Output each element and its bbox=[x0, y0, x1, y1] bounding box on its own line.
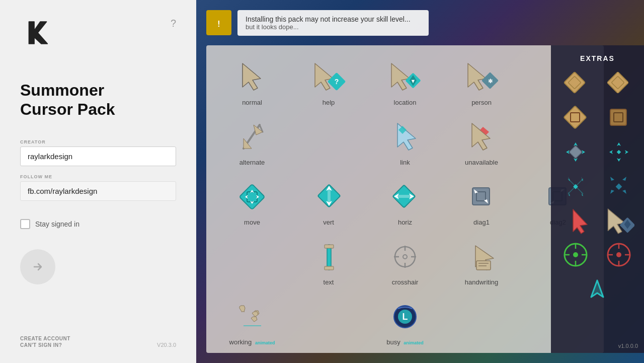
logo-area: ? bbox=[20, 15, 176, 50]
follow-field-group: FOLLOW ME fb.com/raylarkdesign bbox=[20, 174, 176, 201]
svg-marker-104 bbox=[591, 280, 603, 297]
notification-banner: ! Installing this pack may not increase … bbox=[206, 10, 634, 36]
extras-item-9[interactable] bbox=[560, 205, 591, 236]
svg-marker-48 bbox=[251, 317, 257, 322]
svg-marker-66 bbox=[574, 142, 578, 146]
cursor-text-label: text bbox=[324, 278, 334, 286]
extras-version: v1.0.0.0 bbox=[618, 343, 638, 349]
cursor-link[interactable]: link bbox=[369, 115, 441, 170]
svg-marker-11 bbox=[468, 63, 486, 90]
svg-marker-71 bbox=[617, 158, 621, 162]
follow-label: FOLLOW ME bbox=[20, 174, 176, 179]
svg-rect-74 bbox=[617, 150, 621, 154]
extras-item-3[interactable] bbox=[560, 103, 591, 133]
cursor-normal-icon bbox=[234, 59, 270, 95]
creator-value: raylarkdesign bbox=[20, 147, 176, 166]
busy-animated-badge: animated bbox=[404, 340, 424, 345]
cursor-alternate-icon bbox=[234, 119, 270, 155]
extras-item-1[interactable] bbox=[560, 68, 591, 99]
svg-rect-27 bbox=[397, 195, 412, 198]
extras-item-11[interactable] bbox=[560, 240, 591, 270]
notification-line1: Installing this pack may not increase yo… bbox=[246, 15, 421, 23]
cursor-working[interactable]: working animated bbox=[216, 295, 288, 350]
extras-panel: EXTRAS bbox=[551, 45, 644, 353]
svg-point-36 bbox=[403, 255, 407, 259]
cursor-help-icon: ? bbox=[311, 59, 346, 95]
cursor-vert-label: vert bbox=[323, 219, 334, 226]
cursor-location[interactable]: ▼ location bbox=[369, 55, 441, 110]
svg-text:?: ? bbox=[335, 78, 339, 86]
cursor-vert-icon bbox=[311, 179, 346, 214]
help-icon[interactable]: ? bbox=[171, 18, 176, 29]
svg-marker-82 bbox=[610, 177, 614, 181]
app-logo bbox=[20, 15, 55, 50]
creator-field-group: CREATOR raylarkdesign bbox=[20, 139, 176, 166]
login-button[interactable] bbox=[20, 249, 55, 284]
create-account-link[interactable]: CREATE ACCOUNT bbox=[20, 336, 70, 341]
extras-item-2[interactable] bbox=[604, 68, 634, 99]
cursor-working-label: working animated bbox=[229, 338, 275, 346]
cursor-alternate[interactable]: alternate bbox=[216, 115, 288, 170]
svg-rect-34 bbox=[325, 266, 334, 270]
svg-marker-70 bbox=[617, 142, 621, 146]
cursor-text[interactable]: text bbox=[293, 235, 364, 290]
cursor-crosshair-label: crosshair bbox=[392, 278, 419, 286]
cursor-move[interactable]: move bbox=[216, 175, 288, 230]
extras-item-7[interactable] bbox=[560, 171, 591, 201]
stay-signed-in-row: Stay signed in bbox=[20, 219, 176, 229]
notification-text-box: Installing this pack may not increase yo… bbox=[237, 10, 429, 36]
extras-item-8[interactable] bbox=[604, 171, 634, 201]
notification-icon: ! bbox=[206, 10, 231, 35]
svg-rect-23 bbox=[247, 192, 257, 202]
cursor-normal[interactable]: normal bbox=[216, 55, 288, 110]
svg-marker-84 bbox=[610, 190, 614, 194]
svg-rect-53 bbox=[564, 71, 585, 93]
extras-item-5[interactable] bbox=[560, 137, 591, 167]
sidebar: ? Summoner Cursor Pack CREATOR raylarkde… bbox=[0, 0, 196, 363]
cursor-normal-label: normal bbox=[242, 99, 262, 106]
cant-sign-in-link[interactable]: CAN'T SIGN IN? bbox=[20, 342, 70, 348]
working-animated-badge: animated bbox=[255, 340, 275, 345]
notification-line2: but it looks dope... bbox=[246, 23, 421, 31]
extras-item-6[interactable] bbox=[604, 137, 634, 167]
svg-marker-83 bbox=[622, 177, 626, 181]
svg-marker-69 bbox=[582, 150, 585, 154]
extras-item-10[interactable] bbox=[604, 205, 634, 236]
cursor-move-label: move bbox=[244, 219, 260, 226]
cursor-panel: normal ? help ▼ location bbox=[206, 45, 604, 353]
svg-rect-61 bbox=[564, 106, 586, 128]
extras-grid bbox=[556, 68, 639, 304]
cursor-handwriting[interactable]: handwriting bbox=[446, 235, 517, 290]
cursor-help-label: help bbox=[323, 99, 335, 106]
cursor-unavailable[interactable]: unavailable bbox=[446, 115, 517, 170]
svg-text:✻: ✻ bbox=[488, 78, 493, 84]
creator-label: CREATOR bbox=[20, 139, 176, 144]
svg-rect-33 bbox=[325, 245, 334, 248]
cursor-crosshair[interactable]: crosshair bbox=[369, 235, 441, 290]
cursor-busy[interactable]: L busy animated bbox=[369, 295, 441, 350]
warning-icon: ! bbox=[212, 16, 226, 30]
cursor-person[interactable]: ✻ person bbox=[446, 55, 517, 110]
cursor-horiz[interactable]: horiz bbox=[369, 175, 441, 230]
stay-signed-in-checkbox[interactable] bbox=[20, 219, 30, 229]
svg-rect-55 bbox=[607, 71, 628, 93]
cursor-alternate-label: alternate bbox=[239, 159, 265, 166]
follow-value: fb.com/raylarkdesign bbox=[20, 181, 176, 201]
version-label: V20.3.0 bbox=[157, 342, 176, 348]
cursor-link-label: link bbox=[400, 159, 410, 166]
cursor-diag1-icon bbox=[464, 179, 499, 214]
cursor-busy-icon: L bbox=[387, 299, 423, 334]
cursor-vert[interactable]: vert bbox=[293, 175, 364, 230]
cursor-text-icon bbox=[311, 239, 346, 274]
cursor-horiz-label: horiz bbox=[398, 219, 412, 226]
extras-item-12[interactable] bbox=[604, 240, 634, 270]
cursor-diag1[interactable]: diag1 bbox=[446, 175, 517, 230]
svg-marker-85 bbox=[622, 190, 626, 194]
extras-item-4[interactable] bbox=[604, 103, 634, 133]
svg-marker-67 bbox=[574, 158, 578, 162]
footer-links: CREATE ACCOUNT CAN'T SIGN IN? bbox=[20, 336, 70, 348]
cursor-move-icon bbox=[234, 179, 270, 214]
cursor-help[interactable]: ? help bbox=[293, 55, 364, 110]
svg-text:!: ! bbox=[217, 20, 220, 28]
svg-point-98 bbox=[616, 252, 621, 257]
